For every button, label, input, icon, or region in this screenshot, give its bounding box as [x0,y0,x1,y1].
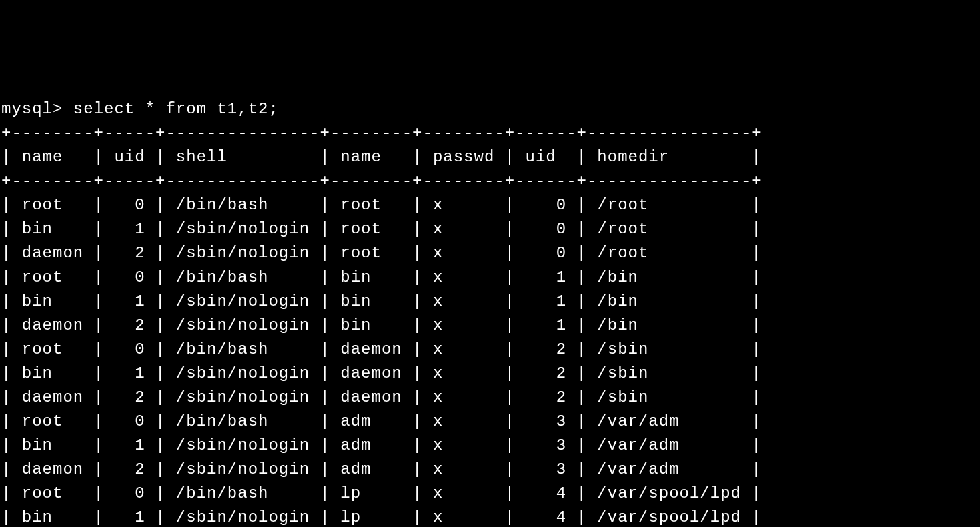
table-row: | root | 0 | /bin/bash | root | x | 0 | … [1,193,979,217]
table-row: | root | 0 | /bin/bash | adm | x | 3 | /… [1,410,979,434]
table-border-mid: +--------+-----+---------------+--------… [1,169,979,193]
table-row: | bin | 1 | /sbin/nologin | root | x | 0… [1,217,979,241]
table-row: | daemon | 2 | /sbin/nologin | adm | x |… [1,458,979,482]
table-row: | bin | 1 | /sbin/nologin | lp | x | 4 |… [1,506,979,527]
sql-query: select * from t1,t2; [73,100,279,118]
table-row: | root | 0 | /bin/bash | lp | x | 4 | /v… [1,482,979,506]
table-row: | root | 0 | /bin/bash | bin | x | 1 | /… [1,266,979,290]
query-line: mysql> select * from t1,t2; [1,97,979,121]
table-header-row: | name | uid | shell | name | passwd | u… [1,145,979,169]
table-row: | bin | 1 | /sbin/nologin | daemon | x |… [1,362,979,386]
table-row: | daemon | 2 | /sbin/nologin | bin | x |… [1,314,979,338]
mysql-terminal[interactable]: mysql> select * from t1,t2;+--------+---… [1,97,979,527]
table-row: | daemon | 2 | /sbin/nologin | daemon | … [1,386,979,410]
mysql-prompt: mysql> [1,100,73,118]
table-row: | bin | 1 | /sbin/nologin | adm | x | 3 … [1,434,979,458]
table-row: | root | 0 | /bin/bash | daemon | x | 2 … [1,338,979,362]
table-row: | bin | 1 | /sbin/nologin | bin | x | 1 … [1,290,979,314]
table-border-top: +--------+-----+---------------+--------… [1,121,979,145]
table-row: | daemon | 2 | /sbin/nologin | root | x … [1,241,979,266]
